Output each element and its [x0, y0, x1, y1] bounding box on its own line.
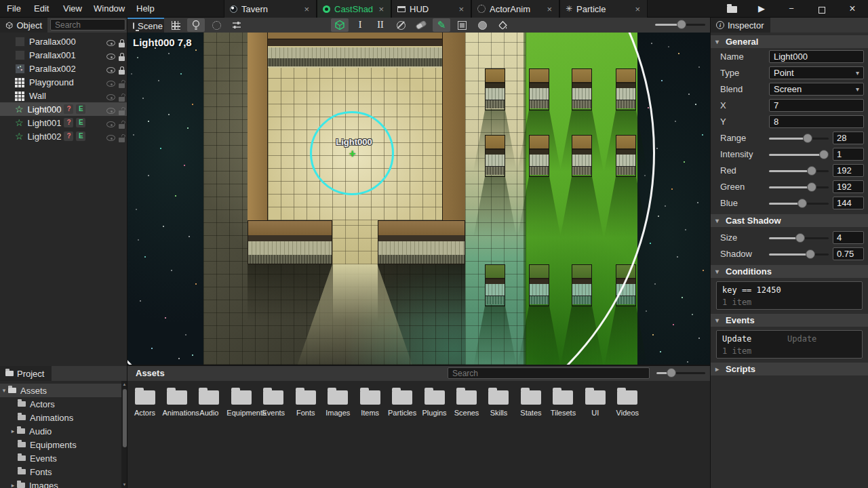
- unlock-icon[interactable]: [119, 138, 125, 142]
- green-value-input[interactable]: [833, 180, 864, 193]
- rectangle-tool-button[interactable]: [453, 18, 471, 32]
- list-item-light000[interactable]: ☆ Light000 ? E: [0, 102, 127, 116]
- section-events[interactable]: Events: [711, 314, 868, 327]
- selection-toggle-button[interactable]: [208, 18, 225, 32]
- chevron-right-icon[interactable]: ▸: [9, 482, 17, 488]
- slider-knob[interactable]: [677, 20, 686, 29]
- close-icon[interactable]: ×: [457, 4, 465, 14]
- light-toggle-button[interactable]: [187, 18, 205, 32]
- asset-folder-tilesets[interactable]: Tilesets: [549, 390, 578, 417]
- tab-project-panel[interactable]: Project: [0, 366, 52, 381]
- eye-icon[interactable]: [106, 67, 115, 73]
- tab-tavern[interactable]: Tavern ×: [224, 0, 317, 18]
- eye-icon[interactable]: [106, 121, 115, 127]
- intensity-slider[interactable]: [769, 148, 829, 161]
- tab-inspector[interactable]: i Inspector: [711, 18, 770, 33]
- pencil-button[interactable]: ✎: [433, 18, 450, 32]
- eraser-button[interactable]: [412, 18, 430, 32]
- lock-icon[interactable]: [119, 43, 125, 47]
- eye-icon[interactable]: [106, 81, 115, 87]
- tree-item-assets[interactable]: ▾ Assets: [0, 384, 121, 397]
- list-item-wall[interactable]: Wall: [0, 89, 127, 102]
- close-window-button[interactable]: ×: [841, 0, 864, 18]
- tree-item-equipments[interactable]: Equipments: [0, 438, 121, 451]
- green-slider[interactable]: [769, 180, 829, 194]
- range-slider[interactable]: [769, 131, 829, 145]
- list-item-light002[interactable]: ☆ Light002 ? E: [0, 129, 127, 143]
- asset-folder-fonts[interactable]: Fonts: [291, 390, 320, 417]
- asset-folder-audio[interactable]: Audio: [195, 390, 224, 417]
- close-icon[interactable]: ×: [545, 4, 553, 14]
- asset-folder-particles[interactable]: Particles: [388, 390, 417, 417]
- list-item-playground[interactable]: Playground: [0, 75, 127, 89]
- assets-search-input[interactable]: [448, 367, 650, 379]
- tab-castshadow[interactable]: CastShadow ×: [317, 0, 391, 18]
- red-slider[interactable]: [769, 164, 829, 178]
- tree-item-events[interactable]: Events: [0, 451, 121, 465]
- no-draw-button[interactable]: [392, 18, 410, 32]
- unlock-icon[interactable]: [119, 83, 125, 88]
- tab-scene[interactable]: Scene: [127, 18, 164, 33]
- section-cast-shadow[interactable]: Cast Shadow: [711, 214, 868, 227]
- asset-folder-items[interactable]: Items: [355, 390, 384, 417]
- name-input[interactable]: [769, 50, 864, 63]
- asset-folder-images[interactable]: Images: [323, 390, 353, 417]
- scene-zoom-slider[interactable]: [655, 18, 705, 31]
- red-value-input[interactable]: [833, 164, 864, 177]
- asset-folder-animations[interactable]: Animations: [162, 390, 191, 417]
- menu-edit[interactable]: Edit: [30, 0, 53, 18]
- chevron-right-icon[interactable]: ▸: [9, 428, 17, 434]
- events-list[interactable]: Update Update 1 item: [716, 330, 863, 359]
- asset-folder-skills[interactable]: Skills: [484, 390, 513, 417]
- size-value-input[interactable]: [833, 231, 864, 244]
- scroll-thumb[interactable]: [123, 389, 127, 447]
- unlock-icon[interactable]: [119, 97, 125, 102]
- type-dropdown[interactable]: Point: [769, 66, 864, 79]
- play-button[interactable]: ▶: [750, 0, 773, 18]
- shadow-value-input[interactable]: [833, 247, 864, 260]
- object-search-input[interactable]: [50, 19, 125, 30]
- x-input[interactable]: [769, 99, 864, 112]
- grid-toggle-button[interactable]: [167, 18, 184, 32]
- close-icon[interactable]: ×: [633, 4, 642, 14]
- asset-folder-ui[interactable]: UI: [580, 390, 610, 417]
- close-icon[interactable]: ×: [377, 4, 385, 14]
- tree-item-actors[interactable]: Actors: [0, 397, 121, 411]
- object-mode-button[interactable]: [331, 18, 349, 32]
- conditions-list[interactable]: key == 12450 1 item: [716, 281, 863, 310]
- asset-folder-actors[interactable]: Actors: [130, 390, 159, 417]
- layer2-button[interactable]: II: [372, 18, 389, 32]
- menu-view[interactable]: View: [59, 0, 86, 18]
- menu-help[interactable]: Help: [132, 0, 159, 18]
- tab-actoranim[interactable]: ActorAnim ×: [471, 0, 559, 18]
- chevron-down-icon[interactable]: ▾: [0, 387, 8, 394]
- menu-window[interactable]: Window: [90, 0, 129, 18]
- asset-folder-states[interactable]: States: [516, 390, 545, 417]
- tree-item-audio[interactable]: ▸ Audio: [0, 424, 121, 438]
- settings-button[interactable]: [228, 18, 245, 32]
- list-item-parallax001[interactable]: Parallax001: [0, 48, 127, 62]
- blue-value-input[interactable]: [833, 197, 864, 209]
- asset-folder-scenes[interactable]: Scenes: [452, 390, 481, 417]
- close-icon[interactable]: ×: [302, 4, 311, 14]
- tree-item-fonts[interactable]: Fonts: [0, 465, 121, 479]
- section-conditions[interactable]: Conditions: [711, 265, 868, 278]
- unlock-icon[interactable]: [119, 110, 125, 115]
- list-item-parallax000[interactable]: Parallax000: [0, 35, 127, 48]
- lock-icon[interactable]: [119, 70, 125, 75]
- size-slider[interactable]: [769, 231, 829, 245]
- tab-object-panel[interactable]: Object: [0, 18, 47, 33]
- eye-icon[interactable]: [106, 54, 115, 60]
- blend-dropdown[interactable]: Screen: [769, 83, 864, 96]
- slider-knob[interactable]: [667, 368, 676, 378]
- lock-icon[interactable]: [119, 56, 125, 61]
- list-item-parallax002[interactable]: Parallax002: [0, 62, 127, 75]
- open-project-button[interactable]: [720, 0, 743, 18]
- minimize-button[interactable]: −: [780, 0, 803, 18]
- blue-slider[interactable]: [769, 197, 829, 210]
- asset-folder-equipments[interactable]: Equipments: [226, 390, 256, 417]
- y-input[interactable]: [769, 115, 864, 128]
- intensity-value-input[interactable]: [833, 148, 864, 161]
- menu-file[interactable]: File: [3, 0, 25, 18]
- asset-folder-plugins[interactable]: Plugins: [420, 390, 449, 417]
